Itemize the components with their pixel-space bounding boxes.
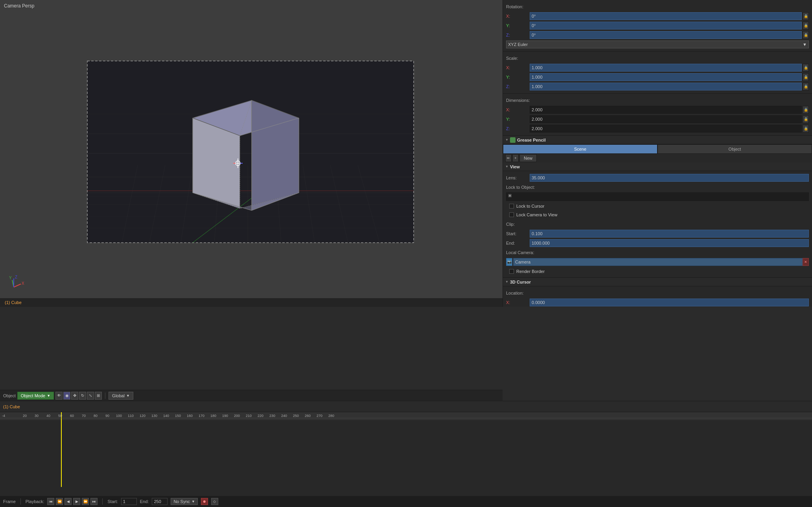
clip-start-label: Start: (506, 231, 530, 236)
scale-y-field[interactable]: 1.000 (530, 73, 802, 81)
timeline-body[interactable] (0, 420, 812, 487)
rotation-y-label: Y: (506, 23, 530, 28)
view-btn[interactable]: 👁 (55, 392, 63, 400)
dimensions-x-field[interactable]: 2.000 (530, 106, 802, 114)
grease-pencil-triangle: ▼ (505, 138, 508, 142)
timeline-area: (1) Cube -4 20 30 40 50 60 70 80 90 100 … (0, 401, 812, 507)
lens-field[interactable]: 35.000 (530, 174, 809, 182)
rotate-btn[interactable]: ↻ (79, 392, 86, 400)
scale-z-lock[interactable]: 🔒 (803, 83, 809, 90)
svg-text:30: 30 (35, 414, 39, 418)
dimensions-y-field[interactable]: 2.000 (530, 115, 802, 123)
dimensions-z-field[interactable]: 2.000 (530, 125, 802, 133)
scale-z-field[interactable]: 1.000 (530, 83, 802, 90)
euler-row: XYZ Euler ▼ (506, 40, 809, 49)
svg-rect-1 (87, 61, 414, 243)
tab-scene[interactable]: Scene (503, 144, 657, 154)
rotation-label: Rotation: (506, 4, 530, 9)
start-frame-field[interactable]: 1 (121, 498, 137, 505)
camera-field[interactable]: Camera (513, 258, 803, 266)
dimensions-y-row: Y: 2.000 🔒 (506, 115, 809, 124)
play-reverse-btn[interactable]: ◀ (64, 498, 72, 505)
scale-label: Scale: (506, 56, 530, 61)
lock-camera-checkbox[interactable] (509, 212, 514, 217)
cursor-x-field[interactable]: 0.0000 (530, 299, 809, 306)
timeline-ruler[interactable]: -4 20 30 40 50 60 70 80 90 100 110 120 1… (0, 412, 812, 420)
jump-end-btn[interactable]: ⏭ (90, 498, 98, 505)
rotation-x-field[interactable]: 0° (530, 12, 802, 20)
dimensions-x-row: X: 2.000 🔒 (506, 105, 809, 114)
svg-text:60: 60 (70, 414, 74, 418)
cursor-x-label: X: (506, 300, 530, 305)
dimensions-y-label: Y: (506, 117, 530, 122)
svg-text:240: 240 (281, 414, 287, 418)
jump-start-btn[interactable]: ⏮ (47, 498, 54, 505)
object-mode-dropdown[interactable]: Object Mode ▼ (17, 392, 54, 400)
rotation-z-field[interactable]: 0° (530, 31, 802, 39)
step-back-btn[interactable]: ⏪ (56, 498, 63, 505)
cursor-location-row: Location: (506, 289, 809, 297)
transform-btn[interactable]: ⊞ (95, 392, 102, 400)
svg-text:180: 180 (210, 414, 216, 418)
dimensions-y-lock[interactable]: 🔒 (803, 115, 809, 123)
svg-text:150: 150 (175, 414, 181, 418)
clip-end-row: End: 1000.000 (506, 239, 809, 247)
scale-x-lock[interactable]: 🔒 (803, 64, 809, 72)
global-dropdown[interactable]: Global ▼ (109, 392, 133, 400)
step-forward-btn[interactable]: ⏩ (82, 498, 89, 505)
new-button[interactable]: New (519, 154, 537, 162)
play-btn[interactable]: ▶ (73, 498, 80, 505)
rotation-x-lock[interactable]: 🔒 (803, 12, 809, 20)
euler-dropdown[interactable]: XYZ Euler ▼ (506, 41, 809, 48)
grease-pencil-title: Grease Pencil (517, 138, 546, 142)
frame-label: Frame (3, 499, 16, 504)
lock-object-field[interactable]: ▣ (506, 192, 809, 201)
rotation-y-lock[interactable]: 🔒 (803, 22, 809, 29)
add-icon[interactable]: + (512, 154, 519, 162)
dimensions-z-lock[interactable]: 🔒 (803, 125, 809, 133)
lock-camera-row[interactable]: Lock Camera to View (506, 210, 809, 219)
svg-text:130: 130 (151, 414, 157, 418)
no-sync-dropdown[interactable]: No Sync ▼ (171, 498, 198, 505)
rotation-z-lock[interactable]: 🔒 (803, 31, 809, 39)
camera-x-button[interactable]: ✕ (803, 258, 809, 266)
object-label: Object (3, 393, 16, 398)
clip-end-field[interactable]: 1000.000 (530, 239, 809, 247)
record-button[interactable]: ⏺ (201, 498, 208, 505)
cursor-3d-header[interactable]: ▼ 3D Cursor (503, 278, 812, 286)
scale-btn[interactable]: ⤡ (87, 392, 94, 400)
keyframe-button[interactable]: ◇ (211, 498, 218, 505)
lock-cursor-checkbox[interactable] (509, 204, 514, 208)
cursor-3d-content: Location: X: 0.0000 Y: 0.0000 Z: 0.0000 (503, 286, 812, 307)
main-viewport[interactable]: Camera Persp (0, 0, 503, 307)
local-camera-label: Local Camera: (506, 250, 534, 255)
svg-text:280: 280 (328, 414, 334, 418)
end-label: End: (140, 499, 149, 504)
render-border-row[interactable]: Render Border (506, 267, 809, 276)
render-border-label: Render Border (516, 269, 545, 274)
camera-icon[interactable]: 📷 (506, 258, 512, 266)
lock-object-label: Lock to Object: (506, 185, 535, 190)
pencil-icon[interactable]: ✏ (505, 154, 512, 162)
dimensions-x-lock[interactable]: 🔒 (803, 106, 809, 114)
end-frame-field[interactable]: 250 (152, 498, 168, 505)
scale-z-row: Z: 1.000 🔒 (506, 82, 809, 91)
move-btn[interactable]: ✥ (71, 392, 78, 400)
mode-buttons: 👁 ◉ ✥ ↻ ⤡ ⊞ (55, 392, 102, 400)
rotation-y-field[interactable]: 0° (530, 22, 802, 29)
view-section-header[interactable]: ▼ View (503, 162, 812, 171)
scale-y-lock[interactable]: 🔒 (803, 73, 809, 81)
status-bar: Frame Playback: ⏮ ⏪ ◀ ▶ ⏩ ⏭ Start: 1 End… (0, 496, 812, 507)
scale-y-row: Y: 1.000 🔒 (506, 73, 809, 81)
scale-x-field[interactable]: 1.000 (530, 64, 802, 72)
select-btn[interactable]: ◉ (63, 392, 70, 400)
grease-pencil-header[interactable]: ▼ Grease Pencil (503, 136, 812, 144)
view-triangle: ▼ (505, 165, 508, 168)
tab-object[interactable]: Object (657, 144, 812, 154)
svg-text:160: 160 (187, 414, 193, 418)
separator-1 (20, 498, 21, 505)
render-border-checkbox[interactable] (509, 269, 514, 274)
grease-pencil-tabs: Scene Object (503, 144, 812, 154)
clip-start-field[interactable]: 0.100 (530, 230, 809, 238)
lock-cursor-row[interactable]: Lock to Cursor (506, 202, 809, 210)
